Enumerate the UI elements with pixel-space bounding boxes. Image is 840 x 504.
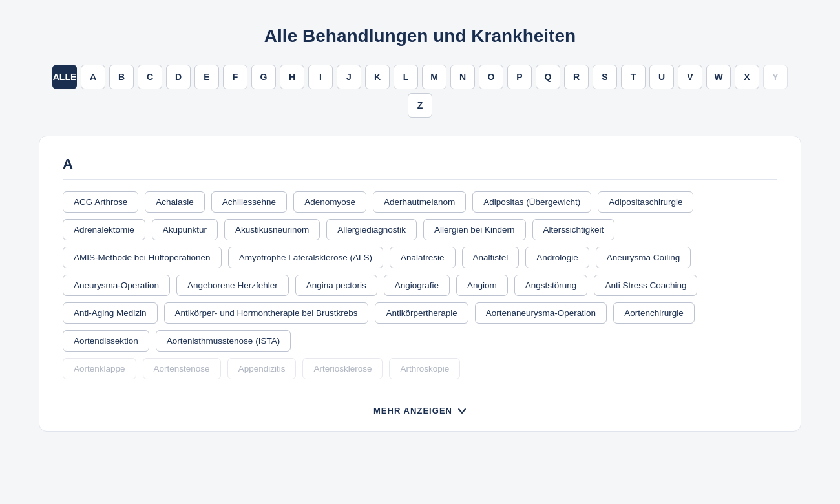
alpha-btn-s[interactable]: S bbox=[593, 65, 617, 89]
alpha-btn-w[interactable]: W bbox=[706, 65, 731, 89]
treatment-tag[interactable]: Allergiediagnostik bbox=[326, 219, 417, 240]
treatment-tag-faded: Aortenstenose bbox=[143, 358, 221, 379]
treatment-tag[interactable]: Alterssichtigkeit bbox=[532, 219, 615, 240]
treatment-tag[interactable]: Akustikusneurinom bbox=[224, 219, 320, 240]
faded-row: AortenklappeAortenstenoseAppendizitisArt… bbox=[63, 358, 777, 379]
treatment-tag[interactable]: Analatresie bbox=[390, 247, 456, 268]
mehr-anzeigen-label: MEHR ANZEIGEN bbox=[373, 406, 452, 415]
mehr-anzeigen-button[interactable]: MEHR ANZEIGEN bbox=[63, 394, 777, 415]
treatment-tag[interactable]: Achalasie bbox=[145, 191, 205, 213]
alpha-btn-alle[interactable]: ALLE bbox=[52, 65, 77, 89]
treatment-tag[interactable]: Aneurysma-Operation bbox=[63, 275, 170, 296]
treatment-tag[interactable]: Angiografie bbox=[384, 275, 450, 296]
treatment-tag[interactable]: ACG Arthrose bbox=[63, 191, 138, 213]
alpha-btn-o[interactable]: O bbox=[479, 65, 503, 89]
treatment-tag[interactable]: Akupunktur bbox=[152, 219, 218, 240]
treatment-tag[interactable]: Adipositaschirurgie bbox=[598, 191, 693, 213]
chevron-down-icon bbox=[457, 406, 467, 415]
alpha-btn-f[interactable]: F bbox=[223, 65, 247, 89]
treatment-tag[interactable]: Achillessehne bbox=[211, 191, 287, 213]
treatment-tag[interactable]: Aderhautmelanom bbox=[373, 191, 466, 213]
page-title: Alle Behandlungen und Krankheiten bbox=[264, 26, 576, 47]
alpha-btn-q[interactable]: Q bbox=[536, 65, 560, 89]
main-card: A ACG ArthroseAchalasieAchillessehneAden… bbox=[39, 136, 801, 432]
treatment-tag[interactable]: Analfistel bbox=[462, 247, 520, 268]
alpha-btn-h[interactable]: H bbox=[280, 65, 304, 89]
alpha-btn-e[interactable]: E bbox=[194, 65, 219, 89]
alpha-btn-c[interactable]: C bbox=[138, 65, 162, 89]
treatment-tag-faded: Appendizitis bbox=[227, 358, 297, 379]
section-letter: A bbox=[63, 156, 777, 180]
treatment-tag[interactable]: Angiom bbox=[456, 275, 508, 296]
alpha-btn-d[interactable]: D bbox=[166, 65, 191, 89]
treatment-tag-faded: Arthroskopie bbox=[389, 358, 460, 379]
treatment-tag[interactable]: Antikörpertherapie bbox=[375, 302, 468, 324]
alpha-btn-x[interactable]: X bbox=[735, 65, 759, 89]
treatment-tag[interactable]: Andrologie bbox=[525, 247, 589, 268]
treatment-tag[interactable]: Amyotrophe Lateralsklerose (ALS) bbox=[228, 247, 383, 268]
treatment-tag[interactable]: Allergien bei Kindern bbox=[423, 219, 526, 240]
alpha-btn-t[interactable]: T bbox=[621, 65, 646, 89]
treatment-tag[interactable]: Aortenaneurysma-Operation bbox=[475, 302, 607, 324]
treatment-tag[interactable]: Aortendissektion bbox=[63, 330, 149, 352]
treatment-tag-faded: Arteriosklerose bbox=[302, 358, 383, 379]
treatment-tag[interactable]: Anti-Aging Medizin bbox=[63, 302, 158, 324]
alpha-btn-z[interactable]: Z bbox=[408, 93, 432, 118]
alpha-btn-k[interactable]: K bbox=[365, 65, 390, 89]
alpha-btn-a[interactable]: A bbox=[81, 65, 105, 89]
alpha-btn-i[interactable]: I bbox=[308, 65, 333, 89]
alpha-btn-l[interactable]: L bbox=[394, 65, 418, 89]
treatment-tag[interactable]: Aortenisthmusstenose (ISTA) bbox=[156, 330, 291, 352]
treatment-tag[interactable]: Angeborene Herzfehler bbox=[176, 275, 289, 296]
tags-grid: ACG ArthroseAchalasieAchillessehneAdenom… bbox=[63, 191, 777, 352]
treatment-tag[interactable]: Aneurysma Coiling bbox=[596, 247, 691, 268]
treatment-tag[interactable]: Adrenalektomie bbox=[63, 219, 145, 240]
alpha-btn-b[interactable]: B bbox=[109, 65, 134, 89]
alpha-btn-v[interactable]: V bbox=[678, 65, 702, 89]
alpha-btn-r[interactable]: R bbox=[564, 65, 589, 89]
alpha-btn-n[interactable]: N bbox=[450, 65, 475, 89]
treatment-tag[interactable]: Angststörung bbox=[514, 275, 588, 296]
alpha-btn-p[interactable]: P bbox=[507, 65, 532, 89]
alpha-btn-u[interactable]: U bbox=[649, 65, 674, 89]
alpha-btn-j[interactable]: J bbox=[337, 65, 361, 89]
alphabet-nav: ALLEABCDEFGHIJKLMNOPQRSTUVWXYZ bbox=[39, 65, 801, 118]
treatment-tag[interactable]: Adenomyose bbox=[293, 191, 366, 213]
treatment-tag[interactable]: AMIS-Methode bei Hüftoperationen bbox=[63, 247, 222, 268]
treatment-tag[interactable]: Adipositas (Übergewicht) bbox=[472, 191, 591, 213]
alpha-btn-g[interactable]: G bbox=[251, 65, 276, 89]
treatment-tag[interactable]: Antikörper- und Hormontherapie bei Brust… bbox=[164, 302, 369, 324]
treatment-tag[interactable]: Anti Stress Coaching bbox=[594, 275, 697, 296]
treatment-tag-faded: Aortenklappe bbox=[63, 358, 136, 379]
treatment-tag[interactable]: Aortenchirurgie bbox=[613, 302, 695, 324]
alpha-btn-y: Y bbox=[763, 65, 788, 89]
alpha-btn-m[interactable]: M bbox=[422, 65, 446, 89]
treatment-tag[interactable]: Angina pectoris bbox=[295, 275, 377, 296]
